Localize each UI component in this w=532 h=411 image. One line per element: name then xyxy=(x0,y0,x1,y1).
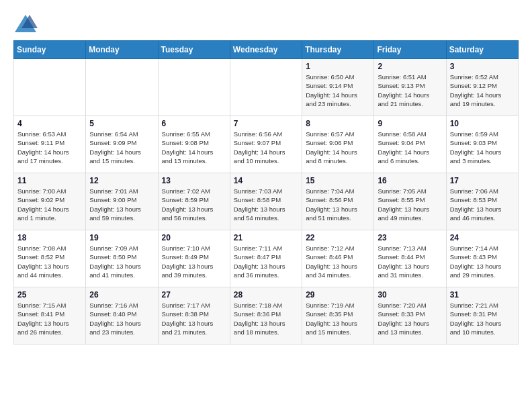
day-number: 18 xyxy=(17,233,82,242)
day-info: Sunrise: 6:59 AM Sunset: 9:03 PM Dayligh… xyxy=(450,130,515,165)
day-number: 19 xyxy=(89,233,154,242)
calendar-cell: 13Sunrise: 7:02 AM Sunset: 8:59 PM Dayli… xyxy=(158,173,230,230)
calendar-cell: 15Sunrise: 7:04 AM Sunset: 8:56 PM Dayli… xyxy=(302,173,374,230)
calendar-cell: 23Sunrise: 7:13 AM Sunset: 8:44 PM Dayli… xyxy=(374,230,446,287)
day-info: Sunrise: 6:57 AM Sunset: 9:06 PM Dayligh… xyxy=(306,130,370,165)
calendar-table: SundayMondayTuesdayWednesdayThursdayFrid… xyxy=(13,40,519,345)
weekday-header: Friday xyxy=(374,41,446,59)
day-info: Sunrise: 7:10 AM Sunset: 8:49 PM Dayligh… xyxy=(162,244,226,279)
calendar-cell: 31Sunrise: 7:21 AM Sunset: 8:31 PM Dayli… xyxy=(446,287,518,345)
day-number: 25 xyxy=(17,290,82,300)
logo xyxy=(13,13,40,34)
calendar-cell: 19Sunrise: 7:09 AM Sunset: 8:50 PM Dayli… xyxy=(86,230,158,287)
calendar-cell: 12Sunrise: 7:01 AM Sunset: 9:00 PM Dayli… xyxy=(86,173,158,230)
day-number: 12 xyxy=(89,176,154,185)
day-info: Sunrise: 7:08 AM Sunset: 8:52 PM Dayligh… xyxy=(17,244,82,279)
day-info: Sunrise: 6:56 AM Sunset: 9:07 PM Dayligh… xyxy=(234,130,298,165)
calendar-cell: 27Sunrise: 7:17 AM Sunset: 8:38 PM Dayli… xyxy=(158,287,230,345)
calendar-header-row: SundayMondayTuesdayWednesdayThursdayFrid… xyxy=(14,41,519,59)
calendar-cell: 11Sunrise: 7:00 AM Sunset: 9:02 PM Dayli… xyxy=(14,173,86,230)
day-number: 7 xyxy=(234,119,298,128)
day-info: Sunrise: 7:20 AM Sunset: 8:33 PM Dayligh… xyxy=(378,301,442,336)
day-number: 21 xyxy=(234,233,298,242)
calendar-cell xyxy=(86,59,158,116)
day-info: Sunrise: 7:14 AM Sunset: 8:43 PM Dayligh… xyxy=(450,244,515,279)
weekday-header: Tuesday xyxy=(158,41,230,59)
day-info: Sunrise: 6:58 AM Sunset: 9:04 PM Dayligh… xyxy=(378,130,442,165)
day-number: 10 xyxy=(450,119,515,128)
day-info: Sunrise: 7:21 AM Sunset: 8:31 PM Dayligh… xyxy=(450,301,515,336)
calendar-cell: 17Sunrise: 7:06 AM Sunset: 8:53 PM Dayli… xyxy=(446,173,518,230)
day-info: Sunrise: 7:15 AM Sunset: 8:41 PM Dayligh… xyxy=(17,301,82,336)
calendar-cell: 30Sunrise: 7:20 AM Sunset: 8:33 PM Dayli… xyxy=(374,287,446,345)
day-number: 17 xyxy=(450,176,515,185)
calendar-cell: 22Sunrise: 7:12 AM Sunset: 8:46 PM Dayli… xyxy=(302,230,374,287)
day-number: 30 xyxy=(378,290,442,300)
day-info: Sunrise: 6:50 AM Sunset: 9:14 PM Dayligh… xyxy=(306,73,370,108)
day-info: Sunrise: 7:02 AM Sunset: 8:59 PM Dayligh… xyxy=(162,187,226,222)
day-number: 27 xyxy=(162,290,226,300)
day-number: 6 xyxy=(162,119,226,128)
calendar-cell xyxy=(158,59,230,116)
logo-icon xyxy=(13,13,38,34)
calendar-cell: 9Sunrise: 6:58 AM Sunset: 9:04 PM Daylig… xyxy=(374,116,446,173)
calendar-cell: 20Sunrise: 7:10 AM Sunset: 8:49 PM Dayli… xyxy=(158,230,230,287)
day-number: 16 xyxy=(378,176,442,185)
calendar-cell: 29Sunrise: 7:19 AM Sunset: 8:35 PM Dayli… xyxy=(302,287,374,345)
calendar-week-row: 11Sunrise: 7:00 AM Sunset: 9:02 PM Dayli… xyxy=(14,173,519,230)
day-number: 2 xyxy=(378,62,442,71)
calendar-week-row: 18Sunrise: 7:08 AM Sunset: 8:52 PM Dayli… xyxy=(14,230,519,287)
calendar-cell: 26Sunrise: 7:16 AM Sunset: 8:40 PM Dayli… xyxy=(86,287,158,345)
day-number: 23 xyxy=(378,233,442,242)
day-number: 22 xyxy=(306,233,370,242)
calendar-cell: 2Sunrise: 6:51 AM Sunset: 9:13 PM Daylig… xyxy=(374,59,446,116)
day-info: Sunrise: 7:19 AM Sunset: 8:35 PM Dayligh… xyxy=(306,301,370,336)
day-number: 8 xyxy=(306,119,370,128)
day-info: Sunrise: 7:16 AM Sunset: 8:40 PM Dayligh… xyxy=(89,301,154,336)
calendar-cell: 14Sunrise: 7:03 AM Sunset: 8:58 PM Dayli… xyxy=(230,173,302,230)
calendar-cell: 21Sunrise: 7:11 AM Sunset: 8:47 PM Dayli… xyxy=(230,230,302,287)
day-number: 5 xyxy=(89,119,154,128)
day-info: Sunrise: 7:06 AM Sunset: 8:53 PM Dayligh… xyxy=(450,187,515,222)
day-number: 9 xyxy=(378,119,442,128)
calendar-cell: 28Sunrise: 7:18 AM Sunset: 8:36 PM Dayli… xyxy=(230,287,302,345)
day-info: Sunrise: 7:03 AM Sunset: 8:58 PM Dayligh… xyxy=(234,187,298,222)
day-number: 29 xyxy=(306,290,370,300)
calendar-cell: 3Sunrise: 6:52 AM Sunset: 9:12 PM Daylig… xyxy=(446,59,518,116)
calendar-week-row: 1Sunrise: 6:50 AM Sunset: 9:14 PM Daylig… xyxy=(14,59,519,116)
day-info: Sunrise: 7:18 AM Sunset: 8:36 PM Dayligh… xyxy=(234,301,298,336)
day-number: 14 xyxy=(234,176,298,185)
calendar-cell: 5Sunrise: 6:54 AM Sunset: 9:09 PM Daylig… xyxy=(86,116,158,173)
day-info: Sunrise: 7:00 AM Sunset: 9:02 PM Dayligh… xyxy=(17,187,82,222)
calendar-cell: 16Sunrise: 7:05 AM Sunset: 8:55 PM Dayli… xyxy=(374,173,446,230)
day-number: 11 xyxy=(17,176,82,185)
calendar-week-row: 4Sunrise: 6:53 AM Sunset: 9:11 PM Daylig… xyxy=(14,116,519,173)
day-info: Sunrise: 6:52 AM Sunset: 9:12 PM Dayligh… xyxy=(450,73,515,108)
day-info: Sunrise: 7:12 AM Sunset: 8:46 PM Dayligh… xyxy=(306,244,370,279)
day-info: Sunrise: 6:51 AM Sunset: 9:13 PM Dayligh… xyxy=(378,73,442,108)
calendar-cell: 10Sunrise: 6:59 AM Sunset: 9:03 PM Dayli… xyxy=(446,116,518,173)
calendar-cell: 6Sunrise: 6:55 AM Sunset: 9:08 PM Daylig… xyxy=(158,116,230,173)
day-number: 15 xyxy=(306,176,370,185)
day-info: Sunrise: 7:11 AM Sunset: 8:47 PM Dayligh… xyxy=(234,244,298,279)
day-number: 31 xyxy=(450,290,515,300)
day-number: 3 xyxy=(450,62,515,71)
day-number: 24 xyxy=(450,233,515,242)
calendar-cell: 25Sunrise: 7:15 AM Sunset: 8:41 PM Dayli… xyxy=(14,287,86,345)
day-info: Sunrise: 6:54 AM Sunset: 9:09 PM Dayligh… xyxy=(89,130,154,165)
day-number: 4 xyxy=(17,119,82,128)
day-number: 13 xyxy=(162,176,226,185)
day-number: 28 xyxy=(234,290,298,300)
day-info: Sunrise: 7:05 AM Sunset: 8:55 PM Dayligh… xyxy=(378,187,442,222)
calendar-cell: 24Sunrise: 7:14 AM Sunset: 8:43 PM Dayli… xyxy=(446,230,518,287)
calendar-cell: 18Sunrise: 7:08 AM Sunset: 8:52 PM Dayli… xyxy=(14,230,86,287)
calendar-cell xyxy=(14,59,86,116)
day-info: Sunrise: 6:55 AM Sunset: 9:08 PM Dayligh… xyxy=(162,130,226,165)
day-info: Sunrise: 7:09 AM Sunset: 8:50 PM Dayligh… xyxy=(89,244,154,279)
calendar-cell: 1Sunrise: 6:50 AM Sunset: 9:14 PM Daylig… xyxy=(302,59,374,116)
page-header xyxy=(13,13,519,34)
weekday-header: Sunday xyxy=(14,41,86,59)
day-number: 20 xyxy=(162,233,226,242)
calendar-cell: 4Sunrise: 6:53 AM Sunset: 9:11 PM Daylig… xyxy=(14,116,86,173)
calendar-week-row: 25Sunrise: 7:15 AM Sunset: 8:41 PM Dayli… xyxy=(14,287,519,345)
